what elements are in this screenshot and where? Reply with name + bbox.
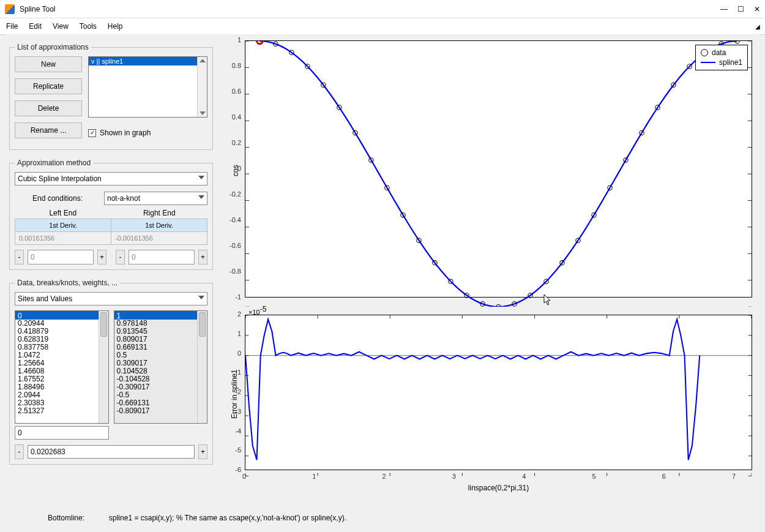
xtick: 3: [452, 473, 456, 480]
close-button[interactable]: ✕: [754, 5, 760, 13]
menu-tools[interactable]: Tools: [80, 22, 97, 31]
edit-site-input[interactable]: 0: [15, 426, 109, 440]
minimize-button[interactable]: —: [720, 5, 728, 13]
left-spin-value[interactable]: 0: [28, 250, 94, 264]
xtick: 2: [382, 473, 386, 480]
ytick: -0.8: [226, 268, 241, 275]
approx-item-spline1[interactable]: v || spline1: [89, 57, 207, 66]
title-bar: Spline Tool — ☐ ✕: [0, 0, 765, 18]
err-scale-annotation: ×10-5: [248, 305, 266, 316]
ytick: -0.4: [226, 216, 241, 223]
ytick: 0.6: [226, 88, 241, 95]
sites-list[interactable]: 0 0.209440.4188790.6283190.8377581.04721…: [15, 310, 109, 424]
xtick: 7: [732, 473, 736, 480]
left-end-header: Left End: [15, 209, 111, 217]
scrollbar[interactable]: [99, 311, 108, 423]
ytick: 1: [230, 330, 241, 337]
approximations-legend: List of approximations: [15, 43, 91, 51]
approximations-list[interactable]: v || spline1: [88, 56, 207, 118]
approximations-panel: List of approximations New Replicate Del…: [9, 43, 213, 150]
method-panel: Approximation method Cubic Spline Interp…: [9, 159, 213, 270]
xtick: 0: [242, 473, 246, 480]
left-deriv-cell[interactable]: 1st Deriv.: [15, 219, 111, 232]
circle-marker-icon: [701, 49, 708, 56]
scrollbar[interactable]: [197, 57, 207, 117]
replicate-button[interactable]: Replicate: [15, 78, 82, 94]
step-incr-button[interactable]: +: [198, 444, 207, 459]
rename-button[interactable]: Rename ...: [15, 122, 82, 138]
ytick: 0: [230, 350, 241, 357]
method-legend: Approximation method: [15, 159, 93, 167]
left-incr-button[interactable]: +: [97, 250, 106, 264]
shown-in-graph-checkbox[interactable]: ✓: [88, 129, 96, 137]
ytick: -2: [230, 388, 241, 395]
data-legend: Data, breaks/knots, weights, ...: [15, 279, 120, 287]
app-icon: [5, 4, 15, 14]
list-item[interactable]: 2.51327: [15, 407, 108, 415]
step-decr-button[interactable]: -: [15, 444, 24, 459]
method-select[interactable]: Cubic Spline Interpolation: [15, 172, 207, 185]
xtick: 5: [592, 473, 595, 480]
left-decr-button[interactable]: -: [15, 250, 24, 264]
menu-help[interactable]: Help: [108, 22, 123, 31]
ytick: -0.6: [226, 242, 241, 249]
xtick: 1: [312, 473, 316, 480]
ytick: -0.2: [226, 190, 241, 198]
end-conditions-label: End conditions:: [15, 194, 100, 203]
bottomline-text: spline1 = csapi(x,y); % The same as csap…: [109, 514, 346, 522]
bottomline-label: Bottomline:: [48, 514, 84, 522]
list-item[interactable]: -0.809017: [114, 407, 207, 415]
step-value-input[interactable]: 0.0202683: [28, 445, 195, 459]
bottomline-row: Bottomline: spline1 = csapi(x,y); % The …: [6, 514, 759, 522]
ytick: -1: [230, 369, 241, 376]
end-conditions-select[interactable]: not-a-knot: [104, 192, 207, 205]
plot-legend: data spline1: [695, 45, 748, 70]
data-selector[interactable]: Sites and Values: [15, 292, 207, 305]
right-decr-button[interactable]: -: [116, 250, 125, 264]
new-button[interactable]: New: [15, 56, 82, 72]
values-list[interactable]: 1 0.9781480.9135450.8090170.6691310.50.3…: [114, 310, 208, 424]
xtick: 6: [662, 473, 666, 480]
ytick: -3: [230, 408, 241, 415]
window-title: Spline Tool: [20, 5, 720, 13]
ytick: 0.8: [226, 62, 241, 69]
ytick: -4: [230, 427, 241, 435]
error-plot[interactable]: [245, 315, 752, 470]
ytick: -5: [230, 446, 241, 454]
ytick: 0.2: [226, 139, 241, 146]
err-xlabel: linspace(0,2*pi,31): [468, 484, 529, 492]
menu-edit[interactable]: Edit: [29, 22, 42, 31]
menu-file[interactable]: File: [6, 22, 18, 31]
right-deriv-value: -0.00161356: [111, 232, 207, 245]
ytick: 2: [230, 310, 241, 318]
right-end-header: Right End: [111, 209, 208, 217]
left-deriv-value: 0.00161356: [15, 232, 111, 245]
right-deriv-cell[interactable]: 1st Deriv.: [111, 219, 207, 232]
ytick: 0: [226, 165, 241, 172]
right-incr-button[interactable]: +: [198, 250, 207, 264]
ytick: 0.4: [226, 113, 241, 121]
ytick: -1: [226, 293, 241, 301]
line-marker-icon: [701, 62, 715, 63]
spline-plot[interactable]: data spline1: [245, 40, 752, 298]
toolbar-dropdown-icon[interactable]: ◢: [755, 23, 760, 30]
ytick: 1: [226, 36, 241, 43]
maximize-button[interactable]: ☐: [737, 5, 744, 13]
scrollbar[interactable]: [197, 311, 207, 423]
shown-in-graph-label: Shown in graph: [100, 129, 151, 137]
ytick: -6: [230, 466, 241, 473]
xtick: 4: [522, 473, 526, 480]
menu-bar: File Edit View Tools Help ◢: [0, 18, 765, 35]
right-spin-value[interactable]: 0: [129, 250, 195, 264]
delete-button[interactable]: Delete: [15, 100, 82, 116]
menu-view[interactable]: View: [53, 22, 69, 31]
data-panel: Data, breaks/knots, weights, ... Sites a…: [9, 279, 213, 465]
list-item[interactable]: 0.669131: [114, 343, 207, 351]
